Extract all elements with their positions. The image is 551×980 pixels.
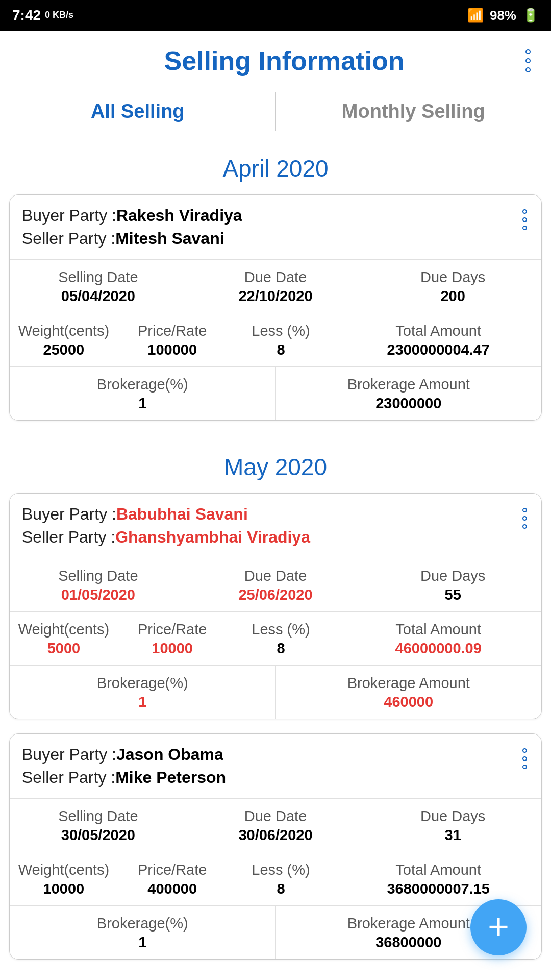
weight-cell: Weight(cents) 10000 — [10, 852, 118, 905]
less-cell: Less (%) 8 — [227, 612, 336, 665]
seller-party-line: Seller Party :Mike Peterson — [22, 768, 520, 787]
less-value: 8 — [232, 880, 330, 897]
seller-name: Mike Peterson — [115, 768, 226, 787]
amount-row: Weight(cents) 10000 Price/Rate 400000 Le… — [10, 852, 541, 906]
selling-date-cell: Selling Date 01/05/2020 — [10, 558, 187, 611]
card-menu-button[interactable] — [520, 505, 529, 532]
card-dot-1 — [522, 209, 527, 214]
less-label: Less (%) — [232, 862, 330, 878]
selling-date-label: Selling Date — [15, 808, 182, 825]
price-value: 10000 — [123, 640, 221, 657]
menu-dot-2 — [525, 58, 531, 63]
tab-monthly-selling[interactable]: Monthly Selling — [276, 87, 552, 136]
status-right: 📶 98% 🔋 — [467, 8, 539, 23]
due-days-label: Due Days — [369, 269, 536, 286]
brokerage-pct-label: Brokerage(%) — [15, 915, 270, 932]
due-days-label: Due Days — [369, 568, 536, 584]
brokerage-amount-value: 460000 — [281, 694, 537, 710]
brokerage-row: Brokerage(%) 1 Brokerage Amount 23000000 — [10, 367, 541, 420]
buyer-name: Rakesh Viradiya — [116, 206, 242, 225]
brokerage-amount-value: 23000000 — [281, 395, 537, 412]
total-amount-label: Total Amount — [340, 323, 536, 339]
due-days-cell: Due Days 200 — [364, 260, 541, 313]
buyer-name: Babubhai Savani — [116, 505, 248, 523]
selling-card-0-0: Buyer Party :Rakesh ViradiyaSeller Party… — [9, 194, 542, 421]
page-title: Selling Information — [47, 45, 521, 76]
due-days-value: 31 — [369, 827, 536, 844]
status-bar: 7:42 0 KB/s 📶 98% 🔋 — [0, 0, 551, 31]
date-row: Selling Date 01/05/2020 Due Date 25/06/2… — [10, 558, 541, 612]
battery-percent: 98% — [490, 8, 516, 23]
due-date-value: 30/06/2020 — [192, 827, 359, 844]
seller-party-line: Seller Party :Mitesh Savani — [22, 229, 520, 248]
price-label: Price/Rate — [123, 621, 221, 638]
brokerage-pct-value: 1 — [15, 934, 270, 951]
selling-date-label: Selling Date — [15, 568, 182, 584]
add-button[interactable]: + — [470, 899, 527, 955]
card-dot-1 — [522, 508, 527, 512]
total-amount-cell: Total Amount 2300000004.47 — [335, 313, 541, 366]
card-menu-button[interactable] — [520, 745, 529, 772]
signal-icon: 📶 — [467, 8, 484, 23]
brokerage-pct-value: 1 — [15, 395, 270, 412]
brokerage-amount-cell: Brokerage Amount 23000000 — [276, 367, 542, 420]
status-left: 7:42 0 KB/s — [12, 7, 73, 23]
weight-label: Weight(cents) — [15, 862, 113, 878]
card-header: Buyer Party :Babubhai SavaniSeller Party… — [10, 494, 541, 558]
weight-value: 5000 — [15, 640, 113, 657]
price-value: 400000 — [123, 880, 221, 897]
seller-name: Mitesh Savani — [115, 229, 224, 248]
weight-label: Weight(cents) — [15, 621, 113, 638]
brokerage-amount-label: Brokerage Amount — [281, 376, 537, 393]
total-amount-value: 46000000.09 — [340, 640, 536, 657]
weight-cell: Weight(cents) 5000 — [10, 612, 118, 665]
card-parties: Buyer Party :Babubhai SavaniSeller Party… — [22, 505, 520, 551]
due-date-cell: Due Date 25/06/2020 — [187, 558, 365, 611]
weight-value: 10000 — [15, 880, 113, 897]
date-row: Selling Date 30/05/2020 Due Date 30/06/2… — [10, 799, 541, 852]
selling-date-value: 30/05/2020 — [15, 827, 182, 844]
buyer-party-line: Buyer Party :Rakesh Viradiya — [22, 206, 520, 225]
brokerage-amount-cell: Brokerage Amount 460000 — [276, 666, 542, 719]
due-days-cell: Due Days 31 — [364, 799, 541, 852]
less-label: Less (%) — [232, 621, 330, 638]
selling-date-cell: Selling Date 05/04/2020 — [10, 260, 187, 313]
amount-row: Weight(cents) 5000 Price/Rate 10000 Less… — [10, 612, 541, 666]
battery-icon: 🔋 — [522, 8, 539, 23]
card-dot-3 — [522, 765, 527, 769]
tab-all-selling[interactable]: All Selling — [0, 87, 276, 136]
network-speed: 0 KB/s — [45, 10, 73, 20]
selling-date-label: Selling Date — [15, 269, 182, 286]
brokerage-row: Brokerage(%) 1 Brokerage Amount 36800000 — [10, 906, 541, 959]
add-icon: + — [488, 908, 509, 945]
content-area: April 2020Buyer Party :Rakesh ViradiyaSe… — [0, 136, 551, 980]
due-date-value: 25/06/2020 — [192, 586, 359, 603]
card-menu-button[interactable] — [520, 206, 529, 233]
brokerage-pct-label: Brokerage(%) — [15, 675, 270, 692]
selling-card-1-0: Buyer Party :Babubhai SavaniSeller Party… — [9, 493, 542, 719]
total-amount-label: Total Amount — [340, 862, 536, 878]
menu-dot-3 — [525, 67, 531, 72]
amount-row: Weight(cents) 25000 Price/Rate 100000 Le… — [10, 313, 541, 367]
brokerage-amount-label: Brokerage Amount — [281, 675, 537, 692]
menu-dot-1 — [525, 49, 531, 54]
card-parties: Buyer Party :Rakesh ViradiyaSeller Party… — [22, 206, 520, 252]
due-date-label: Due Date — [192, 269, 359, 286]
card-header: Buyer Party :Rakesh ViradiyaSeller Party… — [10, 195, 541, 259]
due-days-value: 55 — [369, 586, 536, 603]
header-menu-button[interactable] — [521, 45, 535, 77]
buyer-party-line: Buyer Party :Jason Obama — [22, 745, 520, 764]
weight-label: Weight(cents) — [15, 323, 113, 339]
month-header-2: September 2020 — [9, 974, 542, 980]
brokerage-pct-cell: Brokerage(%) 1 — [10, 367, 276, 420]
due-days-value: 200 — [369, 288, 536, 305]
card-dot-2 — [522, 217, 527, 222]
price-cell: Price/Rate 10000 — [118, 612, 227, 665]
total-amount-cell: Total Amount 46000000.09 — [335, 612, 541, 665]
due-date-label: Due Date — [192, 568, 359, 584]
card-dot-3 — [522, 226, 527, 230]
weight-cell: Weight(cents) 25000 — [10, 313, 118, 366]
less-value: 8 — [232, 640, 330, 657]
less-cell: Less (%) 8 — [227, 852, 336, 905]
buyer-party-line: Buyer Party :Babubhai Savani — [22, 505, 520, 524]
